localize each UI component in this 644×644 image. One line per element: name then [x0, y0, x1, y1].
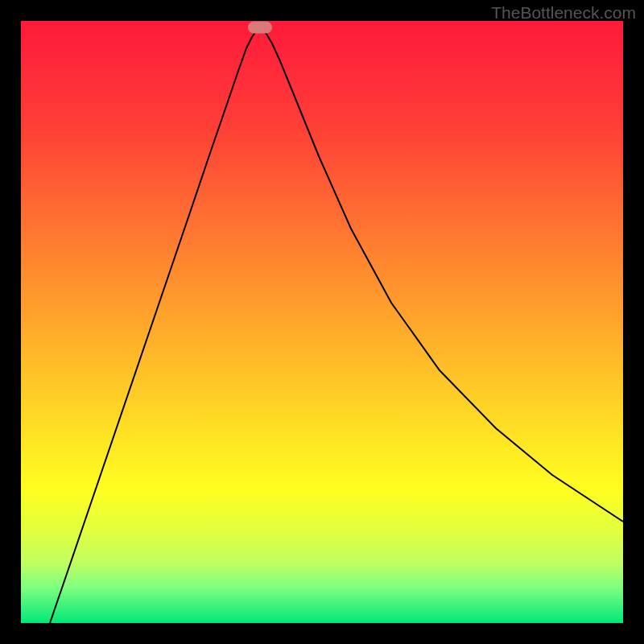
optimum-marker — [248, 22, 272, 34]
watermark-text: TheBottleneck.com — [491, 3, 636, 23]
gradient-plot-area — [21, 21, 623, 623]
